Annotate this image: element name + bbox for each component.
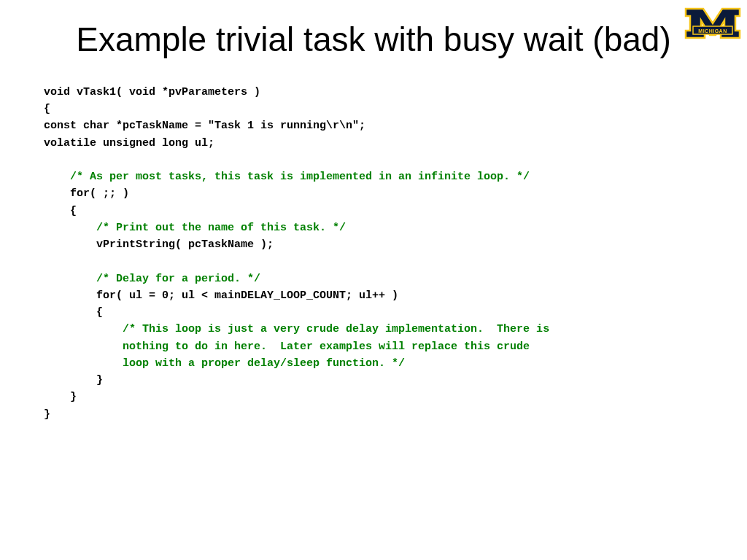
michigan-logo: MICHIGAN	[684, 6, 741, 42]
slide: MICHIGAN Example trivial task with busy …	[0, 0, 747, 560]
slide-title: Example trivial task with busy wait (bad…	[0, 0, 747, 59]
svg-text:MICHIGAN: MICHIGAN	[698, 28, 727, 34]
code-block: void vTask1( void *pvParameters ) { cons…	[0, 59, 747, 423]
